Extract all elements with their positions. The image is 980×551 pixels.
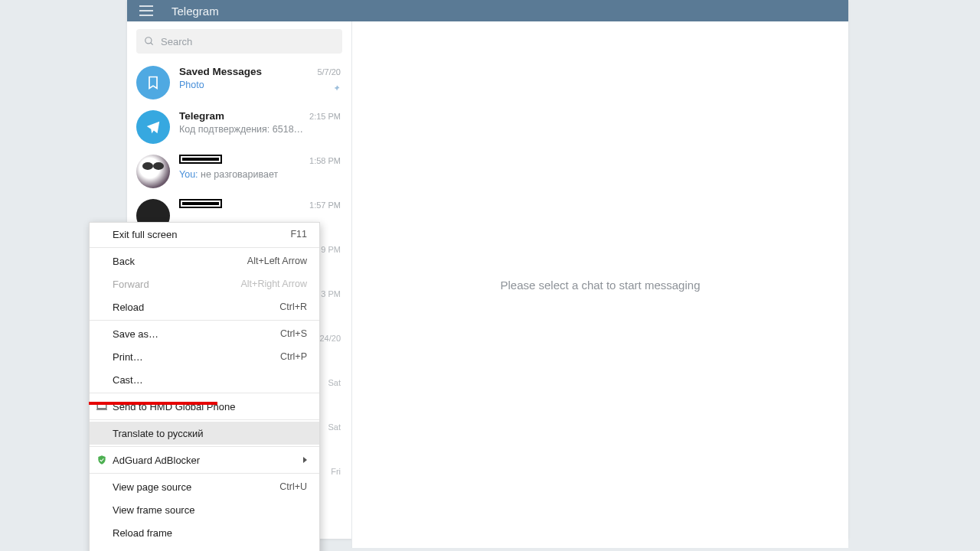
chat-time: 3 PM bbox=[321, 289, 341, 298]
menu-separator bbox=[90, 320, 319, 321]
context-menu-item[interactable]: View frame source bbox=[90, 498, 319, 521]
chat-preview: You: не разговаривает bbox=[179, 169, 342, 180]
svg-line-1 bbox=[151, 43, 153, 45]
app-header: Telegram bbox=[127, 0, 848, 21]
chat-preview: Код подтверждения: 6518… bbox=[179, 124, 342, 135]
search-field[interactable] bbox=[136, 29, 342, 54]
context-menu-item[interactable]: Save as…Ctrl+S bbox=[90, 322, 319, 345]
svg-point-0 bbox=[145, 37, 152, 44]
menu-item-label: Save as… bbox=[113, 328, 280, 340]
search-input[interactable] bbox=[161, 36, 335, 47]
context-menu-item[interactable]: BackAlt+Left Arrow bbox=[90, 249, 319, 272]
chat-avatar bbox=[136, 110, 170, 144]
chat-avatar bbox=[136, 66, 170, 99]
menu-item-shortcut: Ctrl+R bbox=[279, 302, 307, 312]
menu-item-label: Reload frame bbox=[113, 527, 307, 539]
menu-item-label: View page source bbox=[113, 481, 279, 493]
chat-time: Fri bbox=[331, 467, 341, 476]
context-menu-item[interactable]: AdGuard AdBlocker bbox=[90, 448, 319, 471]
chat-title-redacted bbox=[179, 155, 222, 164]
chat-time: 2:15 PM bbox=[309, 112, 341, 121]
context-menu-item[interactable]: Cast… bbox=[90, 368, 319, 391]
chat-avatar bbox=[136, 155, 170, 188]
chat-time: Sat bbox=[328, 378, 341, 387]
menu-item-label: Forward bbox=[113, 279, 241, 290]
empty-placeholder: Please select a chat to start messaging bbox=[501, 279, 701, 292]
chat-list-item[interactable]: Saved MessagesPhoto5/7/20 bbox=[127, 60, 351, 104]
chat-time: 1:58 PM bbox=[309, 156, 341, 165]
context-menu-item[interactable]: Reload frame bbox=[90, 521, 319, 544]
chat-time: 24/20 bbox=[319, 334, 341, 343]
pin-icon bbox=[332, 83, 341, 96]
menu-separator bbox=[90, 247, 319, 248]
menu-item-shortcut: Ctrl+P bbox=[280, 351, 307, 362]
annotation-red-underline bbox=[89, 402, 217, 405]
chat-time: 5/7/20 bbox=[317, 67, 341, 77]
menu-item-shortcut: Ctrl+S bbox=[280, 328, 307, 339]
menu-item-shortcut: Alt+Right Arrow bbox=[241, 279, 308, 289]
menu-separator bbox=[90, 473, 319, 474]
menu-separator bbox=[90, 393, 319, 393]
chat-list-item[interactable]: TelegramКод подтверждения: 6518…2:15 PM bbox=[127, 104, 351, 148]
chat-time: 1:57 PM bbox=[309, 201, 341, 210]
menu-item-label: Exit full screen bbox=[113, 229, 290, 240]
chat-time: Sat bbox=[328, 422, 341, 432]
menu-item-label: Cast… bbox=[113, 374, 307, 386]
context-menu-item[interactable]: InspectCtrl+Shift+I bbox=[90, 544, 319, 551]
context-menu-item[interactable]: Send to HMD Global Phone bbox=[90, 395, 319, 418]
context-menu-item[interactable]: Translate to русский bbox=[90, 422, 319, 445]
chat-time: 9 PM bbox=[321, 245, 341, 254]
context-menu-item[interactable]: Print…Ctrl+P bbox=[90, 345, 319, 368]
context-menu-item[interactable]: ReloadCtrl+R bbox=[90, 295, 319, 318]
menu-item-shortcut: F11 bbox=[290, 229, 307, 240]
main-area: Please select a chat to start messaging bbox=[352, 21, 848, 548]
menu-item-label: Back bbox=[113, 256, 247, 267]
menu-item-shortcut: Alt+Left Arrow bbox=[247, 256, 307, 266]
menu-item-shortcut: Ctrl+U bbox=[279, 481, 307, 492]
context-menu-item[interactable]: Exit full screenF11 bbox=[90, 223, 319, 246]
context-menu-item: ForwardAlt+Right Arrow bbox=[90, 272, 319, 295]
adguard-icon bbox=[96, 454, 108, 466]
menu-item-label: Reload bbox=[113, 302, 279, 313]
submenu-caret-icon bbox=[303, 457, 307, 463]
menu-item-label: Print… bbox=[113, 351, 280, 363]
context-menu-item[interactable]: View page sourceCtrl+U bbox=[90, 475, 319, 498]
search-wrap bbox=[127, 21, 351, 60]
menu-item-label: Translate to русский bbox=[113, 428, 307, 439]
menu-separator bbox=[90, 446, 319, 447]
app-title: Telegram bbox=[172, 5, 219, 18]
preview-you-prefix: You: bbox=[179, 169, 201, 180]
hamburger-menu-icon[interactable] bbox=[136, 0, 158, 21]
chat-list-item[interactable]: You: не разговаривает1:58 PM bbox=[127, 148, 351, 193]
chat-preview: Photo bbox=[179, 80, 342, 90]
search-icon bbox=[144, 36, 155, 47]
menu-item-label: AdGuard AdBlocker bbox=[113, 455, 299, 466]
menu-separator bbox=[90, 419, 319, 420]
browser-context-menu: Exit full screenF11BackAlt+Left ArrowFor… bbox=[89, 222, 320, 551]
menu-item-label: View frame source bbox=[113, 504, 307, 516]
chat-title-redacted bbox=[179, 199, 222, 208]
